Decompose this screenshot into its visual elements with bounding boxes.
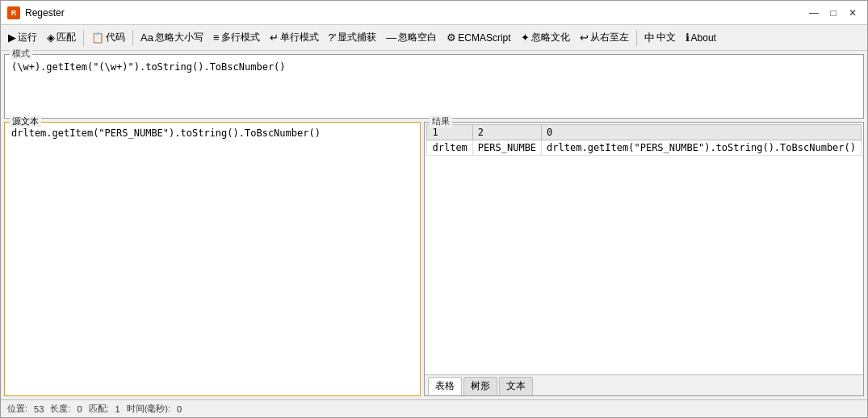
multiline-icon: ≡ <box>213 31 220 44</box>
status-bar: 位置: 53 长度: 0 匹配: 1 时间(毫秒): 0 <box>1 399 867 417</box>
result-col-3: 0 <box>542 125 862 140</box>
toolbar-capture[interactable]: ?' 显式捕获 <box>325 28 381 47</box>
match-label: 匹配: <box>89 403 109 415</box>
time-value: 0 <box>177 404 182 414</box>
title-bar: R Regester — □ ✕ <box>1 1 867 25</box>
toolbar: ▶ 运行 ◈ 匹配 📋 代码 Aa 忽略大小写 ≡ 多行模式 ↵ 单行模式 ?'… <box>1 25 867 51</box>
toolbar-ignore-space-label: 忽略空白 <box>398 31 437 44</box>
pattern-input[interactable]: (\w+).getItem("(\w+)").toString().ToBscN… <box>5 55 863 118</box>
toolbar-ignore-culture-label: 忽略文化 <box>531 31 570 44</box>
toolbar-ignore-case[interactable]: Aa 忽略大小写 <box>136 28 208 47</box>
toolbar-match[interactable]: ◈ 匹配 <box>43 28 80 47</box>
ecma-icon: ⚙ <box>447 31 456 44</box>
bottom-panels: 源文本 drltem.getItem("PERS_NUMBE").toStrin… <box>4 122 864 396</box>
ignore-case-icon: Aa <box>140 31 153 44</box>
result-col-2: 2 <box>472 125 541 140</box>
about-icon: ℹ <box>686 31 690 44</box>
toolbar-ecma[interactable]: ⚙ ECMAScript <box>442 29 514 46</box>
result-section: 结果 1 2 0 drltemPERS_NUMBEdrltem.getItem(… <box>424 122 864 396</box>
rtl-icon: ↩ <box>580 31 589 44</box>
source-textarea[interactable]: drltem.getItem("PERS_NUMBE").toString().… <box>5 123 420 395</box>
table-cell: drltem <box>427 140 472 156</box>
toolbar-singleline[interactable]: ↵ 单行模式 <box>266 28 323 47</box>
main-window: R Regester — □ ✕ ▶ 运行 ◈ 匹配 📋 代码 Aa 忽略大小写 <box>0 0 868 418</box>
chinese-icon: 中 <box>644 31 655 45</box>
toolbar-chinese-label: 中文 <box>656 31 676 44</box>
source-section: 源文本 drltem.getItem("PERS_NUMBE").toStrin… <box>4 122 421 396</box>
ignore-space-icon: — <box>386 31 396 44</box>
result-table: 1 2 0 drltemPERS_NUMBEdrltem.getItem("PE… <box>426 124 862 156</box>
toolbar-code[interactable]: 📋 代码 <box>87 28 129 47</box>
run-icon: ▶ <box>8 31 16 44</box>
app-icon: R <box>7 6 20 19</box>
title-bar-left: R Regester <box>7 6 65 19</box>
sep2 <box>132 30 133 46</box>
toolbar-ignore-culture[interactable]: ✦ 忽略文化 <box>517 28 574 47</box>
toolbar-match-label: 匹配 <box>57 31 76 44</box>
toolbar-multiline-label: 多行模式 <box>221 31 260 44</box>
match-icon: ◈ <box>47 31 55 44</box>
time-label: 时间(毫秒): <box>127 403 170 415</box>
minimize-button[interactable]: — <box>806 5 822 21</box>
pattern-section: 模式 (\w+).getItem("(\w+)").toString().ToB… <box>4 54 864 119</box>
tab-tree[interactable]: 树形 <box>463 377 497 395</box>
table-cell: drltem.getItem("PERS_NUMBE").toString().… <box>542 140 862 156</box>
table-row: drltemPERS_NUMBEdrltem.getItem("PERS_NUM… <box>427 140 862 156</box>
toolbar-rtl[interactable]: ↩ 从右至左 <box>576 28 633 47</box>
length-value: 0 <box>77 404 82 414</box>
tab-text[interactable]: 文本 <box>499 377 533 395</box>
pattern-label: 模式 <box>10 48 32 60</box>
length-label: 长度: <box>50 403 70 415</box>
toolbar-about-label: About <box>691 32 716 44</box>
code-icon: 📋 <box>91 31 104 44</box>
position-value: 53 <box>34 404 44 414</box>
title-controls: — □ ✕ <box>806 5 861 21</box>
toolbar-capture-label: 显式捕获 <box>338 31 376 44</box>
toolbar-singleline-label: 单行模式 <box>280 31 319 44</box>
capture-icon: ?' <box>329 31 337 44</box>
sep3 <box>636 30 637 46</box>
ignore-culture-icon: ✦ <box>521 31 530 44</box>
close-button[interactable]: ✕ <box>845 5 861 21</box>
toolbar-run-label: 运行 <box>18 31 37 44</box>
result-table-area[interactable]: 1 2 0 drltemPERS_NUMBEdrltem.getItem("PE… <box>425 123 863 374</box>
toolbar-ignore-case-label: 忽略大小写 <box>155 31 203 44</box>
result-label: 结果 <box>430 115 452 127</box>
match-value: 1 <box>115 404 120 414</box>
position-label: 位置: <box>7 403 27 415</box>
table-cell: PERS_NUMBE <box>472 140 541 156</box>
content-area: 模式 (\w+).getItem("(\w+)").toString().ToB… <box>1 51 867 399</box>
app-title: Regester <box>25 7 65 19</box>
toolbar-code-label: 代码 <box>106 31 125 44</box>
result-header-row: 1 2 0 <box>427 125 862 140</box>
toolbar-ecma-label: ECMAScript <box>458 32 510 44</box>
toolbar-about[interactable]: ℹ About <box>681 29 720 46</box>
toolbar-ignore-space[interactable]: — 忽略空白 <box>382 28 441 47</box>
tab-table[interactable]: 表格 <box>428 377 462 395</box>
source-label: 源文本 <box>10 115 41 127</box>
maximize-button[interactable]: □ <box>825 5 841 21</box>
singleline-icon: ↵ <box>270 31 279 44</box>
toolbar-rtl-label: 从右至左 <box>590 31 629 44</box>
toolbar-multiline[interactable]: ≡ 多行模式 <box>209 28 264 47</box>
toolbar-chinese[interactable]: 中 中文 <box>640 28 680 48</box>
sep1 <box>83 30 84 46</box>
result-tabs: 表格 树形 文本 <box>425 374 863 395</box>
toolbar-run[interactable]: ▶ 运行 <box>4 28 41 47</box>
